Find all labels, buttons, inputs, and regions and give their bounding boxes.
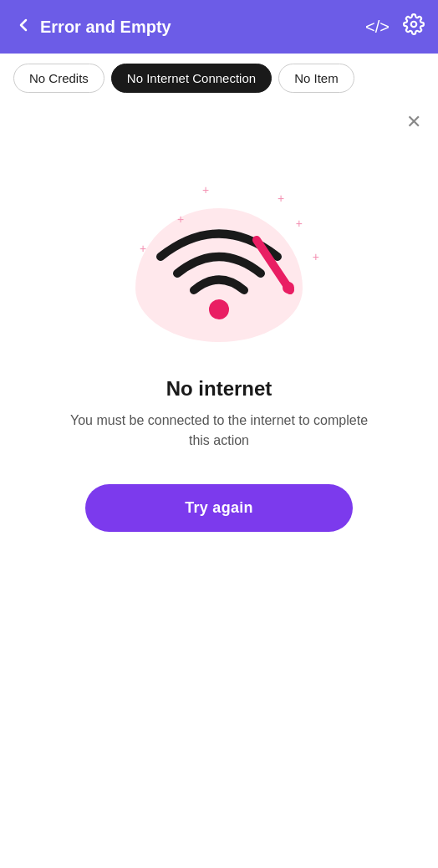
error-title: No internet xyxy=(166,377,272,401)
wifi-icon-graphic xyxy=(135,194,303,331)
main-content: ✕ + + + + + + No interne xyxy=(0,103,438,565)
close-button[interactable]: ✕ xyxy=(406,113,421,131)
try-again-button[interactable]: Try again xyxy=(85,484,353,532)
no-internet-illustration: + + + + + + xyxy=(110,166,328,350)
app-header: Error and Empty </> xyxy=(0,0,438,54)
tab-no-item[interactable]: No Item xyxy=(278,64,354,93)
deco-plus-6: + xyxy=(313,250,319,263)
error-description: You must be connected to the internet to… xyxy=(69,411,369,451)
back-button[interactable] xyxy=(13,15,33,38)
tab-bar: No Credits No Internet Connection No Ite… xyxy=(0,54,438,103)
code-icon[interactable]: </> xyxy=(365,18,390,37)
tab-no-internet[interactable]: No Internet Connection xyxy=(111,64,272,93)
svg-line-2 xyxy=(257,240,290,290)
svg-point-1 xyxy=(209,299,229,319)
svg-point-0 xyxy=(411,22,417,28)
tab-no-credits[interactable]: No Credits xyxy=(13,64,104,93)
page-title: Error and Empty xyxy=(40,18,365,37)
svg-point-3 xyxy=(283,282,294,294)
gear-icon[interactable] xyxy=(403,13,425,40)
